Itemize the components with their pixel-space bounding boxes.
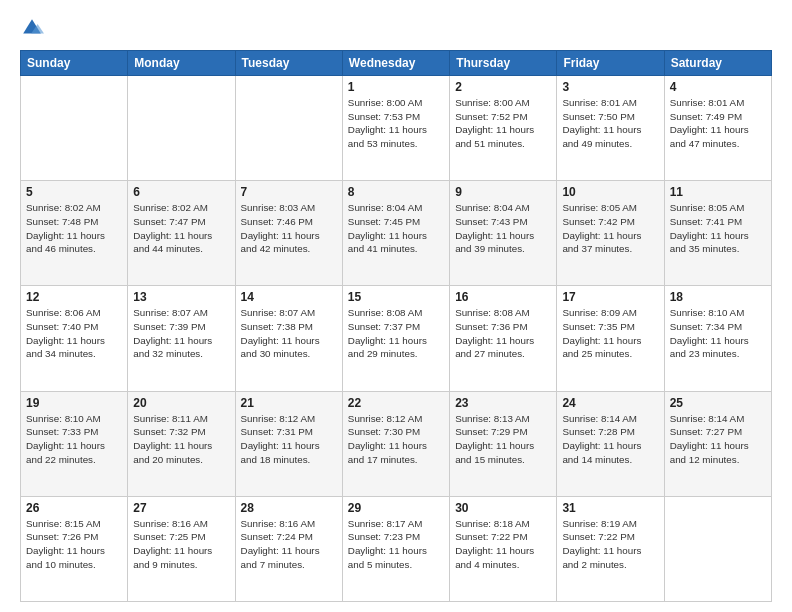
day-info: Sunrise: 8:19 AMSunset: 7:22 PMDaylight:… [562, 517, 658, 572]
day-number: 27 [133, 501, 229, 515]
day-info: Sunrise: 8:16 AMSunset: 7:24 PMDaylight:… [241, 517, 337, 572]
day-info: Sunrise: 8:02 AMSunset: 7:48 PMDaylight:… [26, 201, 122, 256]
day-number: 14 [241, 290, 337, 304]
weekday-header-row: SundayMondayTuesdayWednesdayThursdayFrid… [21, 51, 772, 76]
day-number: 2 [455, 80, 551, 94]
calendar-cell: 4Sunrise: 8:01 AMSunset: 7:49 PMDaylight… [664, 76, 771, 181]
day-number: 4 [670, 80, 766, 94]
calendar-cell: 2Sunrise: 8:00 AMSunset: 7:52 PMDaylight… [450, 76, 557, 181]
weekday-thursday: Thursday [450, 51, 557, 76]
day-info: Sunrise: 8:12 AMSunset: 7:31 PMDaylight:… [241, 412, 337, 467]
calendar-cell: 7Sunrise: 8:03 AMSunset: 7:46 PMDaylight… [235, 181, 342, 286]
day-number: 24 [562, 396, 658, 410]
calendar-cell [664, 496, 771, 601]
calendar-cell: 18Sunrise: 8:10 AMSunset: 7:34 PMDayligh… [664, 286, 771, 391]
week-row-1: 1Sunrise: 8:00 AMSunset: 7:53 PMDaylight… [21, 76, 772, 181]
calendar-cell: 20Sunrise: 8:11 AMSunset: 7:32 PMDayligh… [128, 391, 235, 496]
calendar-cell: 30Sunrise: 8:18 AMSunset: 7:22 PMDayligh… [450, 496, 557, 601]
day-info: Sunrise: 8:16 AMSunset: 7:25 PMDaylight:… [133, 517, 229, 572]
day-number: 1 [348, 80, 444, 94]
day-info: Sunrise: 8:18 AMSunset: 7:22 PMDaylight:… [455, 517, 551, 572]
calendar-cell: 13Sunrise: 8:07 AMSunset: 7:39 PMDayligh… [128, 286, 235, 391]
day-number: 30 [455, 501, 551, 515]
calendar-cell: 28Sunrise: 8:16 AMSunset: 7:24 PMDayligh… [235, 496, 342, 601]
day-number: 8 [348, 185, 444, 199]
day-number: 10 [562, 185, 658, 199]
day-info: Sunrise: 8:05 AMSunset: 7:42 PMDaylight:… [562, 201, 658, 256]
day-info: Sunrise: 8:03 AMSunset: 7:46 PMDaylight:… [241, 201, 337, 256]
day-number: 6 [133, 185, 229, 199]
calendar-cell: 16Sunrise: 8:08 AMSunset: 7:36 PMDayligh… [450, 286, 557, 391]
calendar-cell: 12Sunrise: 8:06 AMSunset: 7:40 PMDayligh… [21, 286, 128, 391]
calendar-body: 1Sunrise: 8:00 AMSunset: 7:53 PMDaylight… [21, 76, 772, 602]
calendar-cell: 5Sunrise: 8:02 AMSunset: 7:48 PMDaylight… [21, 181, 128, 286]
calendar-cell: 10Sunrise: 8:05 AMSunset: 7:42 PMDayligh… [557, 181, 664, 286]
day-number: 22 [348, 396, 444, 410]
day-number: 17 [562, 290, 658, 304]
calendar-cell: 14Sunrise: 8:07 AMSunset: 7:38 PMDayligh… [235, 286, 342, 391]
day-info: Sunrise: 8:08 AMSunset: 7:37 PMDaylight:… [348, 306, 444, 361]
weekday-saturday: Saturday [664, 51, 771, 76]
weekday-tuesday: Tuesday [235, 51, 342, 76]
day-info: Sunrise: 8:02 AMSunset: 7:47 PMDaylight:… [133, 201, 229, 256]
day-number: 23 [455, 396, 551, 410]
calendar-cell: 3Sunrise: 8:01 AMSunset: 7:50 PMDaylight… [557, 76, 664, 181]
day-number: 12 [26, 290, 122, 304]
calendar-table: SundayMondayTuesdayWednesdayThursdayFrid… [20, 50, 772, 602]
day-info: Sunrise: 8:00 AMSunset: 7:52 PMDaylight:… [455, 96, 551, 151]
calendar-cell: 24Sunrise: 8:14 AMSunset: 7:28 PMDayligh… [557, 391, 664, 496]
calendar-cell: 22Sunrise: 8:12 AMSunset: 7:30 PMDayligh… [342, 391, 449, 496]
calendar-cell: 27Sunrise: 8:16 AMSunset: 7:25 PMDayligh… [128, 496, 235, 601]
day-number: 21 [241, 396, 337, 410]
week-row-2: 5Sunrise: 8:02 AMSunset: 7:48 PMDaylight… [21, 181, 772, 286]
day-number: 26 [26, 501, 122, 515]
calendar-cell: 8Sunrise: 8:04 AMSunset: 7:45 PMDaylight… [342, 181, 449, 286]
weekday-wednesday: Wednesday [342, 51, 449, 76]
calendar-cell: 15Sunrise: 8:08 AMSunset: 7:37 PMDayligh… [342, 286, 449, 391]
weekday-monday: Monday [128, 51, 235, 76]
day-number: 20 [133, 396, 229, 410]
day-info: Sunrise: 8:04 AMSunset: 7:45 PMDaylight:… [348, 201, 444, 256]
week-row-3: 12Sunrise: 8:06 AMSunset: 7:40 PMDayligh… [21, 286, 772, 391]
day-number: 9 [455, 185, 551, 199]
day-info: Sunrise: 8:14 AMSunset: 7:28 PMDaylight:… [562, 412, 658, 467]
calendar-cell: 11Sunrise: 8:05 AMSunset: 7:41 PMDayligh… [664, 181, 771, 286]
calendar-cell: 6Sunrise: 8:02 AMSunset: 7:47 PMDaylight… [128, 181, 235, 286]
calendar-cell: 21Sunrise: 8:12 AMSunset: 7:31 PMDayligh… [235, 391, 342, 496]
day-info: Sunrise: 8:14 AMSunset: 7:27 PMDaylight:… [670, 412, 766, 467]
calendar-cell: 1Sunrise: 8:00 AMSunset: 7:53 PMDaylight… [342, 76, 449, 181]
day-number: 13 [133, 290, 229, 304]
day-info: Sunrise: 8:13 AMSunset: 7:29 PMDaylight:… [455, 412, 551, 467]
day-info: Sunrise: 8:12 AMSunset: 7:30 PMDaylight:… [348, 412, 444, 467]
day-info: Sunrise: 8:11 AMSunset: 7:32 PMDaylight:… [133, 412, 229, 467]
day-number: 28 [241, 501, 337, 515]
day-info: Sunrise: 8:15 AMSunset: 7:26 PMDaylight:… [26, 517, 122, 572]
day-number: 31 [562, 501, 658, 515]
calendar-cell: 23Sunrise: 8:13 AMSunset: 7:29 PMDayligh… [450, 391, 557, 496]
day-info: Sunrise: 8:01 AMSunset: 7:49 PMDaylight:… [670, 96, 766, 151]
day-info: Sunrise: 8:17 AMSunset: 7:23 PMDaylight:… [348, 517, 444, 572]
calendar-cell: 26Sunrise: 8:15 AMSunset: 7:26 PMDayligh… [21, 496, 128, 601]
calendar-cell: 17Sunrise: 8:09 AMSunset: 7:35 PMDayligh… [557, 286, 664, 391]
week-row-5: 26Sunrise: 8:15 AMSunset: 7:26 PMDayligh… [21, 496, 772, 601]
day-info: Sunrise: 8:10 AMSunset: 7:33 PMDaylight:… [26, 412, 122, 467]
header [20, 16, 772, 40]
calendar-cell: 29Sunrise: 8:17 AMSunset: 7:23 PMDayligh… [342, 496, 449, 601]
day-info: Sunrise: 8:09 AMSunset: 7:35 PMDaylight:… [562, 306, 658, 361]
page: SundayMondayTuesdayWednesdayThursdayFrid… [0, 0, 792, 612]
day-number: 3 [562, 80, 658, 94]
day-number: 15 [348, 290, 444, 304]
day-info: Sunrise: 8:00 AMSunset: 7:53 PMDaylight:… [348, 96, 444, 151]
day-info: Sunrise: 8:06 AMSunset: 7:40 PMDaylight:… [26, 306, 122, 361]
weekday-sunday: Sunday [21, 51, 128, 76]
day-info: Sunrise: 8:07 AMSunset: 7:38 PMDaylight:… [241, 306, 337, 361]
day-info: Sunrise: 8:08 AMSunset: 7:36 PMDaylight:… [455, 306, 551, 361]
day-number: 29 [348, 501, 444, 515]
day-number: 11 [670, 185, 766, 199]
calendar-cell: 25Sunrise: 8:14 AMSunset: 7:27 PMDayligh… [664, 391, 771, 496]
day-number: 16 [455, 290, 551, 304]
calendar-cell: 19Sunrise: 8:10 AMSunset: 7:33 PMDayligh… [21, 391, 128, 496]
calendar-header: SundayMondayTuesdayWednesdayThursdayFrid… [21, 51, 772, 76]
day-number: 5 [26, 185, 122, 199]
calendar-cell [235, 76, 342, 181]
